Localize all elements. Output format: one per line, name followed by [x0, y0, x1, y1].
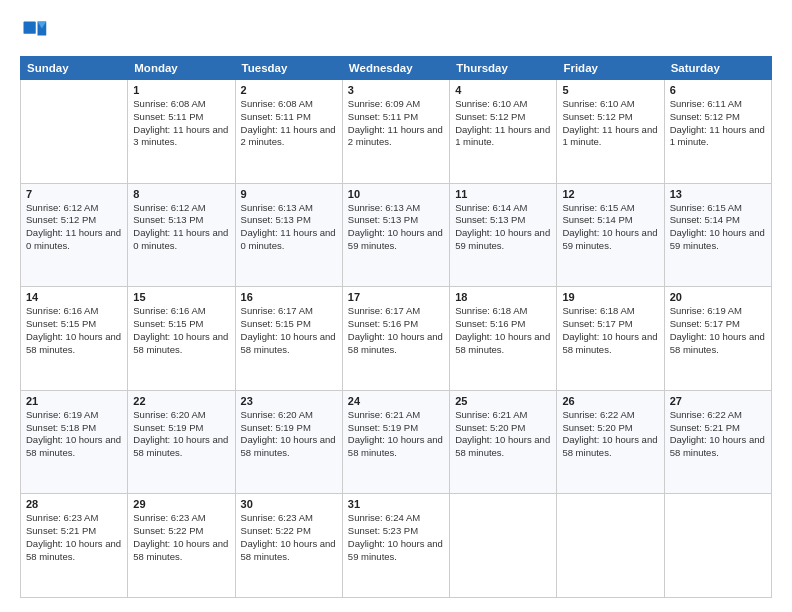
calendar-day-cell: 4Sunrise: 6:10 AM Sunset: 5:12 PM Daylig… [450, 80, 557, 184]
day-number: 12 [562, 188, 658, 200]
calendar-day-cell: 30Sunrise: 6:23 AM Sunset: 5:22 PM Dayli… [235, 494, 342, 598]
day-detail: Sunrise: 6:18 AM Sunset: 5:16 PM Dayligh… [455, 305, 551, 356]
calendar-day-cell: 29Sunrise: 6:23 AM Sunset: 5:22 PM Dayli… [128, 494, 235, 598]
calendar-week-row: 21Sunrise: 6:19 AM Sunset: 5:18 PM Dayli… [21, 390, 772, 494]
day-number: 1 [133, 84, 229, 96]
calendar-day-cell: 25Sunrise: 6:21 AM Sunset: 5:20 PM Dayli… [450, 390, 557, 494]
day-detail: Sunrise: 6:15 AM Sunset: 5:14 PM Dayligh… [670, 202, 766, 253]
day-detail: Sunrise: 6:13 AM Sunset: 5:13 PM Dayligh… [348, 202, 444, 253]
day-number: 11 [455, 188, 551, 200]
calendar-day-cell: 31Sunrise: 6:24 AM Sunset: 5:23 PM Dayli… [342, 494, 449, 598]
day-detail: Sunrise: 6:23 AM Sunset: 5:22 PM Dayligh… [133, 512, 229, 563]
day-number: 4 [455, 84, 551, 96]
day-detail: Sunrise: 6:17 AM Sunset: 5:16 PM Dayligh… [348, 305, 444, 356]
page: SundayMondayTuesdayWednesdayThursdayFrid… [0, 0, 792, 612]
header [20, 18, 772, 46]
day-number: 22 [133, 395, 229, 407]
calendar-day-cell: 11Sunrise: 6:14 AM Sunset: 5:13 PM Dayli… [450, 183, 557, 287]
calendar-header-thursday: Thursday [450, 57, 557, 80]
calendar-table: SundayMondayTuesdayWednesdayThursdayFrid… [20, 56, 772, 598]
day-number: 31 [348, 498, 444, 510]
day-number: 16 [241, 291, 337, 303]
calendar-day-cell: 28Sunrise: 6:23 AM Sunset: 5:21 PM Dayli… [21, 494, 128, 598]
calendar-day-cell: 7Sunrise: 6:12 AM Sunset: 5:12 PM Daylig… [21, 183, 128, 287]
day-number: 27 [670, 395, 766, 407]
day-detail: Sunrise: 6:11 AM Sunset: 5:12 PM Dayligh… [670, 98, 766, 149]
calendar-day-cell: 23Sunrise: 6:20 AM Sunset: 5:19 PM Dayli… [235, 390, 342, 494]
calendar-week-row: 28Sunrise: 6:23 AM Sunset: 5:21 PM Dayli… [21, 494, 772, 598]
calendar-day-cell: 20Sunrise: 6:19 AM Sunset: 5:17 PM Dayli… [664, 287, 771, 391]
calendar-day-cell: 5Sunrise: 6:10 AM Sunset: 5:12 PM Daylig… [557, 80, 664, 184]
svg-rect-2 [24, 22, 36, 34]
day-detail: Sunrise: 6:20 AM Sunset: 5:19 PM Dayligh… [241, 409, 337, 460]
day-detail: Sunrise: 6:20 AM Sunset: 5:19 PM Dayligh… [133, 409, 229, 460]
calendar-day-cell: 10Sunrise: 6:13 AM Sunset: 5:13 PM Dayli… [342, 183, 449, 287]
day-detail: Sunrise: 6:21 AM Sunset: 5:20 PM Dayligh… [455, 409, 551, 460]
day-number: 18 [455, 291, 551, 303]
calendar-day-cell: 27Sunrise: 6:22 AM Sunset: 5:21 PM Dayli… [664, 390, 771, 494]
calendar-day-cell: 14Sunrise: 6:16 AM Sunset: 5:15 PM Dayli… [21, 287, 128, 391]
day-number: 10 [348, 188, 444, 200]
day-number: 15 [133, 291, 229, 303]
day-number: 2 [241, 84, 337, 96]
calendar-day-cell: 24Sunrise: 6:21 AM Sunset: 5:19 PM Dayli… [342, 390, 449, 494]
calendar-day-cell: 8Sunrise: 6:12 AM Sunset: 5:13 PM Daylig… [128, 183, 235, 287]
day-detail: Sunrise: 6:24 AM Sunset: 5:23 PM Dayligh… [348, 512, 444, 563]
day-number: 28 [26, 498, 122, 510]
day-detail: Sunrise: 6:09 AM Sunset: 5:11 PM Dayligh… [348, 98, 444, 149]
day-number: 21 [26, 395, 122, 407]
day-number: 3 [348, 84, 444, 96]
calendar-header-sunday: Sunday [21, 57, 128, 80]
calendar-day-cell [557, 494, 664, 598]
calendar-day-cell: 15Sunrise: 6:16 AM Sunset: 5:15 PM Dayli… [128, 287, 235, 391]
day-detail: Sunrise: 6:12 AM Sunset: 5:12 PM Dayligh… [26, 202, 122, 253]
day-detail: Sunrise: 6:14 AM Sunset: 5:13 PM Dayligh… [455, 202, 551, 253]
day-number: 14 [26, 291, 122, 303]
calendar-day-cell: 1Sunrise: 6:08 AM Sunset: 5:11 PM Daylig… [128, 80, 235, 184]
day-number: 23 [241, 395, 337, 407]
day-detail: Sunrise: 6:17 AM Sunset: 5:15 PM Dayligh… [241, 305, 337, 356]
calendar-header-saturday: Saturday [664, 57, 771, 80]
calendar-day-cell: 12Sunrise: 6:15 AM Sunset: 5:14 PM Dayli… [557, 183, 664, 287]
day-number: 20 [670, 291, 766, 303]
calendar-header-monday: Monday [128, 57, 235, 80]
logo-icon [20, 18, 48, 46]
calendar-week-row: 1Sunrise: 6:08 AM Sunset: 5:11 PM Daylig… [21, 80, 772, 184]
day-number: 26 [562, 395, 658, 407]
day-detail: Sunrise: 6:16 AM Sunset: 5:15 PM Dayligh… [133, 305, 229, 356]
day-detail: Sunrise: 6:15 AM Sunset: 5:14 PM Dayligh… [562, 202, 658, 253]
day-number: 30 [241, 498, 337, 510]
day-detail: Sunrise: 6:13 AM Sunset: 5:13 PM Dayligh… [241, 202, 337, 253]
day-detail: Sunrise: 6:21 AM Sunset: 5:19 PM Dayligh… [348, 409, 444, 460]
calendar-day-cell: 3Sunrise: 6:09 AM Sunset: 5:11 PM Daylig… [342, 80, 449, 184]
day-number: 19 [562, 291, 658, 303]
calendar-day-cell: 18Sunrise: 6:18 AM Sunset: 5:16 PM Dayli… [450, 287, 557, 391]
day-detail: Sunrise: 6:10 AM Sunset: 5:12 PM Dayligh… [455, 98, 551, 149]
day-detail: Sunrise: 6:22 AM Sunset: 5:21 PM Dayligh… [670, 409, 766, 460]
day-number: 9 [241, 188, 337, 200]
calendar-day-cell: 13Sunrise: 6:15 AM Sunset: 5:14 PM Dayli… [664, 183, 771, 287]
day-detail: Sunrise: 6:19 AM Sunset: 5:18 PM Dayligh… [26, 409, 122, 460]
day-detail: Sunrise: 6:23 AM Sunset: 5:22 PM Dayligh… [241, 512, 337, 563]
day-detail: Sunrise: 6:08 AM Sunset: 5:11 PM Dayligh… [241, 98, 337, 149]
calendar-day-cell: 6Sunrise: 6:11 AM Sunset: 5:12 PM Daylig… [664, 80, 771, 184]
day-number: 7 [26, 188, 122, 200]
day-detail: Sunrise: 6:10 AM Sunset: 5:12 PM Dayligh… [562, 98, 658, 149]
calendar-day-cell [21, 80, 128, 184]
calendar-day-cell: 17Sunrise: 6:17 AM Sunset: 5:16 PM Dayli… [342, 287, 449, 391]
day-number: 6 [670, 84, 766, 96]
calendar-day-cell: 26Sunrise: 6:22 AM Sunset: 5:20 PM Dayli… [557, 390, 664, 494]
calendar-day-cell [450, 494, 557, 598]
calendar-day-cell [664, 494, 771, 598]
calendar-day-cell: 16Sunrise: 6:17 AM Sunset: 5:15 PM Dayli… [235, 287, 342, 391]
calendar-day-cell: 2Sunrise: 6:08 AM Sunset: 5:11 PM Daylig… [235, 80, 342, 184]
calendar-header-wednesday: Wednesday [342, 57, 449, 80]
day-number: 8 [133, 188, 229, 200]
calendar-week-row: 7Sunrise: 6:12 AM Sunset: 5:12 PM Daylig… [21, 183, 772, 287]
day-number: 24 [348, 395, 444, 407]
day-number: 29 [133, 498, 229, 510]
calendar-day-cell: 21Sunrise: 6:19 AM Sunset: 5:18 PM Dayli… [21, 390, 128, 494]
day-number: 17 [348, 291, 444, 303]
day-number: 5 [562, 84, 658, 96]
day-number: 25 [455, 395, 551, 407]
